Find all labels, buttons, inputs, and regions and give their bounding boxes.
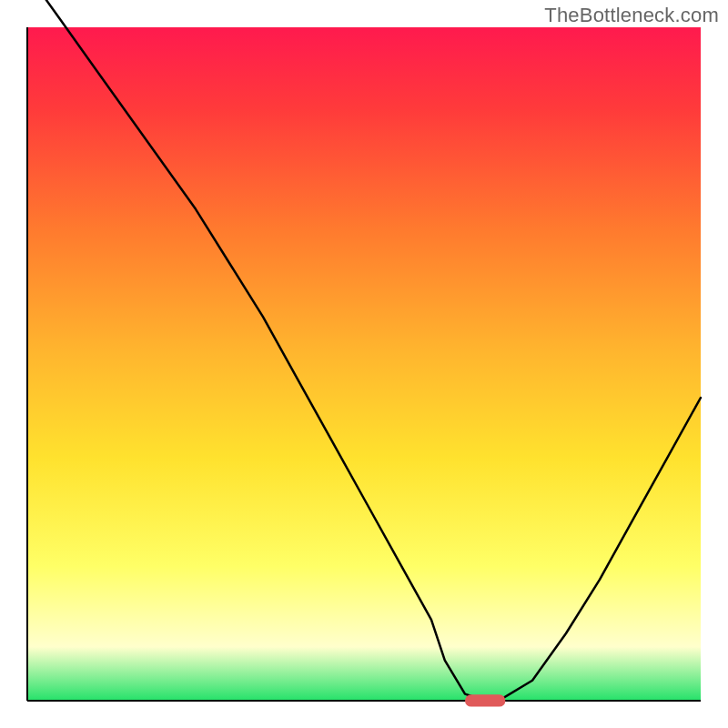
chart-container: TheBottleneck.com <box>0 0 728 728</box>
plot-background <box>27 27 701 701</box>
watermark-text: TheBottleneck.com <box>544 4 719 27</box>
optimal-marker <box>465 694 505 706</box>
bottleneck-chart <box>0 0 728 728</box>
